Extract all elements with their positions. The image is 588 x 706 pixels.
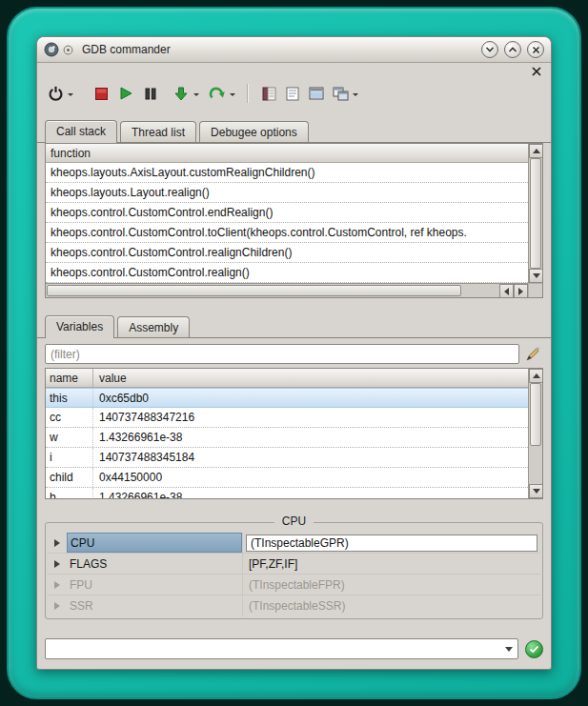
scroll-right-icon[interactable] xyxy=(514,284,528,298)
titlebar[interactable]: GDB commander xyxy=(37,37,551,63)
step-over-button[interactable] xyxy=(207,81,228,106)
stop-button[interactable] xyxy=(91,81,112,106)
callstack-vertical-scrollbar[interactable] xyxy=(528,144,542,283)
callstack-table: function kheops.layouts.AxisLayout.custo… xyxy=(45,143,543,298)
expander-icon[interactable] xyxy=(48,554,67,574)
power-button[interactable] xyxy=(45,81,66,106)
command-combobox[interactable] xyxy=(45,638,518,659)
variables-column-headers[interactable]: name value xyxy=(46,369,528,388)
column-header-value[interactable]: value xyxy=(93,369,528,387)
variable-row[interactable]: child 0x44150000 xyxy=(46,468,528,488)
app-icon[interactable] xyxy=(44,42,59,57)
shade-button[interactable] xyxy=(481,41,498,58)
tab-assembly[interactable]: Assembly xyxy=(117,316,190,337)
maximize-button[interactable] xyxy=(504,41,521,58)
scroll-down-icon[interactable] xyxy=(529,484,543,498)
dock-close-icon[interactable] xyxy=(530,65,542,77)
expander-icon[interactable] xyxy=(48,595,67,616)
combo-dropdown-icon[interactable] xyxy=(500,639,517,658)
variables-vertical-scrollbar[interactable] xyxy=(528,369,542,498)
cpu-row[interactable]: SSR (TInspectableSSR) xyxy=(48,595,540,616)
wand-icon[interactable] xyxy=(522,344,543,364)
cpu-row[interactable]: FLAGS [PF,ZF,IF] xyxy=(48,554,540,575)
command-bar xyxy=(45,638,543,659)
variables-table: name value this 0xc65db0 cc 140737488347… xyxy=(45,368,543,499)
cpu-groupbox: CPU CPU (TInspectableGPR) FLAGS [PF,ZF,I… xyxy=(45,522,543,619)
tab-thread-list[interactable]: Thread list xyxy=(120,121,196,142)
callstack-row[interactable]: kheops.control.CustomControl.realign() xyxy=(46,263,528,283)
variable-row[interactable]: b 1.43266961e-38 xyxy=(46,488,528,498)
variable-row[interactable]: cc 140737488347216 xyxy=(46,408,528,428)
tab-call-stack[interactable]: Call stack xyxy=(45,120,117,143)
windows-button[interactable] xyxy=(330,81,351,106)
callstack-tabbar: Call stack Thread list Debugee options xyxy=(37,120,551,143)
scroll-down-icon[interactable] xyxy=(529,269,543,283)
vertical-scrollbar-thumb[interactable] xyxy=(530,383,541,446)
expander-icon[interactable] xyxy=(48,533,67,553)
execute-button[interactable] xyxy=(525,640,543,658)
power-menu-arrow-icon[interactable] xyxy=(68,93,73,99)
callstack-column-header[interactable]: function xyxy=(46,144,528,163)
run-button[interactable] xyxy=(115,81,136,106)
variables-tabbar: Variables Assembly xyxy=(37,315,551,338)
scrollbar-corner xyxy=(528,283,542,297)
vertical-scroll-track[interactable] xyxy=(529,158,542,269)
cpu-row[interactable]: CPU (TInspectableGPR) xyxy=(48,533,540,554)
column-header-name[interactable]: name xyxy=(46,369,93,387)
step-into-menu-arrow-icon[interactable] xyxy=(193,93,199,99)
gdb-commander-window: GDB commander xyxy=(36,36,552,670)
cpu-value-field[interactable]: (TInspectableGPR) xyxy=(246,535,537,552)
toolbar-separator xyxy=(247,84,249,103)
pin-icon[interactable] xyxy=(63,45,73,55)
expander-icon[interactable] xyxy=(48,575,67,595)
horizontal-scroll-track[interactable] xyxy=(461,284,499,297)
command-input[interactable] xyxy=(46,642,500,656)
callstack-row[interactable]: kheops.layouts.AxisLayout.customRealignC… xyxy=(46,163,528,183)
window-title: GDB commander xyxy=(82,43,476,56)
tab-debugee-options[interactable]: Debugee options xyxy=(199,121,309,142)
callstack-row[interactable]: kheops.control.CustomControl.toClient(kh… xyxy=(46,223,528,243)
callstack-row[interactable]: kheops.control.CustomControl.realignChil… xyxy=(46,243,528,263)
pause-button[interactable] xyxy=(140,81,161,106)
watch-window-button[interactable] xyxy=(306,81,327,106)
scroll-left-icon[interactable] xyxy=(499,284,514,298)
step-into-button[interactable] xyxy=(171,81,192,106)
windows-menu-arrow-icon[interactable] xyxy=(353,93,358,99)
output-log-button[interactable] xyxy=(282,81,303,106)
variable-row[interactable]: w 1.43266961e-38 xyxy=(46,428,528,448)
scroll-up-icon[interactable] xyxy=(529,144,543,158)
debug-toolbar xyxy=(37,78,551,109)
callstack-horizontal-scrollbar[interactable] xyxy=(46,283,528,297)
tab-variables[interactable]: Variables xyxy=(45,315,114,338)
dock-header xyxy=(37,63,551,78)
variable-row[interactable]: this 0xc65db0 xyxy=(46,388,528,408)
filter-input[interactable] xyxy=(45,344,519,364)
callstack-row[interactable]: kheops.layouts.Layout.realign() xyxy=(46,183,528,203)
cpu-row[interactable]: FPU (TInspectableFPR) xyxy=(48,575,540,595)
filter-row xyxy=(45,344,543,364)
vertical-scroll-track[interactable] xyxy=(529,383,542,484)
library-button[interactable] xyxy=(258,81,279,106)
vertical-scrollbar-thumb[interactable] xyxy=(530,158,541,269)
horizontal-scrollbar-thumb[interactable] xyxy=(47,285,461,296)
callstack-row[interactable]: kheops.control.CustomControl.endRealign(… xyxy=(46,203,528,223)
step-over-menu-arrow-icon[interactable] xyxy=(230,93,235,99)
cpu-groupbox-title: CPU xyxy=(46,514,542,528)
scroll-up-icon[interactable] xyxy=(529,369,543,383)
close-button[interactable] xyxy=(527,41,544,58)
variable-row[interactable]: i 140737488345184 xyxy=(46,448,528,468)
